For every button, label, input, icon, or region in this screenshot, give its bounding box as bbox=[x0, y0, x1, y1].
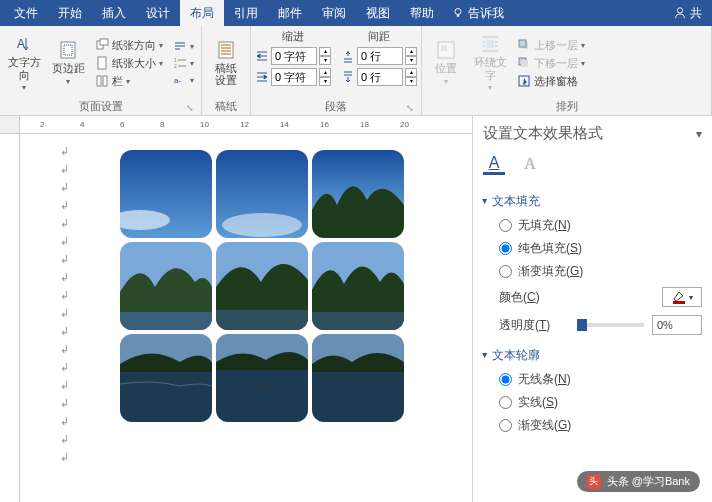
svg-rect-29 bbox=[120, 312, 212, 330]
orientation-button[interactable]: 纸张方向▾ bbox=[92, 37, 166, 54]
image-tile[interactable] bbox=[216, 242, 308, 330]
image-tile[interactable] bbox=[216, 150, 308, 238]
spin-down[interactable]: ▾ bbox=[405, 56, 417, 65]
svg-rect-8 bbox=[98, 57, 106, 69]
document-area: 2 4 6 8 10 12 14 16 18 20 ↲↲↲↲↲↲↲↲↲↲↲↲↲↲… bbox=[0, 116, 712, 502]
no-line-radio[interactable]: 无线条(N) bbox=[483, 368, 702, 391]
svg-point-26 bbox=[222, 213, 302, 237]
tell-me[interactable]: 告诉我 bbox=[444, 5, 512, 22]
text-direction-button[interactable]: A 文字方向 ▾ bbox=[4, 29, 44, 97]
format-text-effects-pane: 设置文本效果格式 ▾ A A 文本填充 无填充(N) 纯色填充(S) 渐变填充(… bbox=[472, 116, 712, 502]
send-backward-button[interactable]: 下移一层▾ bbox=[514, 55, 588, 72]
selection-pane-button[interactable]: 选择窗格 bbox=[514, 73, 588, 90]
hyphenation-button[interactable]: a-▾ bbox=[170, 72, 197, 88]
svg-rect-42 bbox=[673, 301, 685, 304]
tab-insert[interactable]: 插入 bbox=[92, 0, 136, 26]
tab-view[interactable]: 视图 bbox=[356, 0, 400, 26]
indent-right-input[interactable] bbox=[271, 68, 317, 86]
svg-rect-7 bbox=[100, 39, 108, 45]
position-icon bbox=[436, 40, 456, 60]
tab-review[interactable]: 审阅 bbox=[312, 0, 356, 26]
spin-down[interactable]: ▾ bbox=[405, 77, 417, 86]
watermark-icon: 头 bbox=[587, 475, 601, 489]
svg-point-2 bbox=[677, 8, 682, 13]
tab-design[interactable]: 设计 bbox=[136, 0, 180, 26]
image-tile[interactable] bbox=[120, 242, 212, 330]
image-tile[interactable] bbox=[312, 150, 404, 238]
indent-right-spinner[interactable]: ▴▾ bbox=[255, 68, 331, 86]
image-tile[interactable] bbox=[120, 334, 212, 422]
share-icon bbox=[673, 6, 687, 20]
image-tile[interactable] bbox=[216, 334, 308, 422]
manuscript-button[interactable]: 稿纸 设置 bbox=[206, 29, 246, 97]
tab-help[interactable]: 帮助 bbox=[400, 0, 444, 26]
text-outline-section[interactable]: 文本轮廓 bbox=[483, 347, 702, 364]
line-numbers-button[interactable]: 12▾ bbox=[170, 55, 197, 71]
gradient-line-radio[interactable]: 渐变线(G) bbox=[483, 414, 702, 437]
selection-pane-icon bbox=[517, 74, 531, 88]
tab-layout[interactable]: 布局 bbox=[180, 0, 224, 26]
spacing-before-input[interactable] bbox=[357, 47, 403, 65]
tab-mailings[interactable]: 邮件 bbox=[268, 0, 312, 26]
spin-up[interactable]: ▴ bbox=[405, 47, 417, 56]
page-setup-group-label: 页面设置 bbox=[79, 100, 123, 112]
tab-file[interactable]: 文件 bbox=[4, 0, 48, 26]
svg-rect-31 bbox=[216, 310, 308, 330]
color-picker-button[interactable]: ▾ bbox=[662, 287, 702, 307]
vertical-ruler[interactable] bbox=[0, 134, 20, 502]
image-tile[interactable] bbox=[312, 334, 404, 422]
horizontal-ruler[interactable]: 2 4 6 8 10 12 14 16 18 20 bbox=[20, 116, 472, 134]
margins-button[interactable]: 页边距 ▾ bbox=[48, 29, 88, 97]
pane-options-button[interactable]: ▾ bbox=[696, 127, 702, 141]
spin-down[interactable]: ▾ bbox=[319, 56, 331, 65]
ruler-tick: 4 bbox=[80, 120, 84, 129]
wrap-text-button[interactable]: 环绕文字 ▾ bbox=[470, 29, 510, 97]
ruler-tick: 20 bbox=[400, 120, 409, 129]
spacing-after-input[interactable] bbox=[357, 68, 403, 86]
columns-button[interactable]: 栏▾ bbox=[92, 73, 166, 90]
image-tile[interactable] bbox=[120, 150, 212, 238]
transparency-row: 透明度(T) 0% bbox=[483, 311, 702, 339]
spin-down[interactable]: ▾ bbox=[319, 77, 331, 86]
share-button[interactable]: 共 bbox=[673, 5, 708, 22]
bring-forward-icon bbox=[517, 38, 531, 52]
image-tile[interactable] bbox=[312, 242, 404, 330]
dialog-launcher-icon[interactable]: ⤡ bbox=[185, 103, 195, 113]
spacing-after-spinner[interactable]: ▴▾ bbox=[341, 68, 417, 86]
text-fill-section[interactable]: 文本填充 bbox=[483, 193, 702, 210]
indent-left-input[interactable] bbox=[271, 47, 317, 65]
dialog-launcher-icon[interactable]: ⤡ bbox=[405, 103, 415, 113]
breaks-button[interactable]: ▾ bbox=[170, 38, 197, 54]
spacing-before-icon bbox=[341, 49, 355, 63]
spin-up[interactable]: ▴ bbox=[405, 68, 417, 77]
text-fill-outline-tab[interactable]: A bbox=[483, 153, 505, 175]
position-label: 位置 bbox=[435, 62, 457, 74]
spin-up[interactable]: ▴ bbox=[319, 47, 331, 56]
pane-title: 设置文本效果格式 bbox=[483, 124, 603, 143]
svg-rect-17 bbox=[486, 40, 494, 48]
bring-forward-button[interactable]: 上移一层▾ bbox=[514, 37, 588, 54]
transparency-value[interactable]: 0% bbox=[652, 315, 702, 335]
arrange-group-label: 排列 bbox=[426, 97, 707, 114]
spacing-after-icon bbox=[341, 70, 355, 84]
svg-text:A: A bbox=[17, 37, 25, 51]
position-button[interactable]: 位置 ▾ bbox=[426, 29, 466, 97]
document-canvas[interactable]: ↲↲↲↲↲↲↲↲↲↲↲↲↲↲↲↲↲↲ bbox=[20, 134, 472, 502]
svg-rect-19 bbox=[519, 40, 526, 47]
tab-references[interactable]: 引用 bbox=[224, 0, 268, 26]
manuscript-label: 稿纸 设置 bbox=[215, 62, 237, 86]
no-fill-radio[interactable]: 无填充(N) bbox=[483, 214, 702, 237]
transparency-slider[interactable] bbox=[577, 323, 644, 327]
gradient-fill-radio[interactable]: 渐变填充(G) bbox=[483, 260, 702, 283]
svg-rect-9 bbox=[97, 76, 101, 86]
breaks-icon bbox=[173, 39, 187, 53]
text-effects-tab[interactable]: A bbox=[519, 153, 541, 175]
spin-up[interactable]: ▴ bbox=[319, 68, 331, 77]
solid-fill-radio[interactable]: 纯色填充(S) bbox=[483, 237, 702, 260]
spacing-before-spinner[interactable]: ▴▾ bbox=[341, 47, 417, 65]
solid-line-radio[interactable]: 实线(S) bbox=[483, 391, 702, 414]
spacing-header: 间距 bbox=[341, 29, 417, 44]
tab-home[interactable]: 开始 bbox=[48, 0, 92, 26]
size-button[interactable]: 纸张大小▾ bbox=[92, 55, 166, 72]
indent-left-spinner[interactable]: ▴▾ bbox=[255, 47, 331, 65]
